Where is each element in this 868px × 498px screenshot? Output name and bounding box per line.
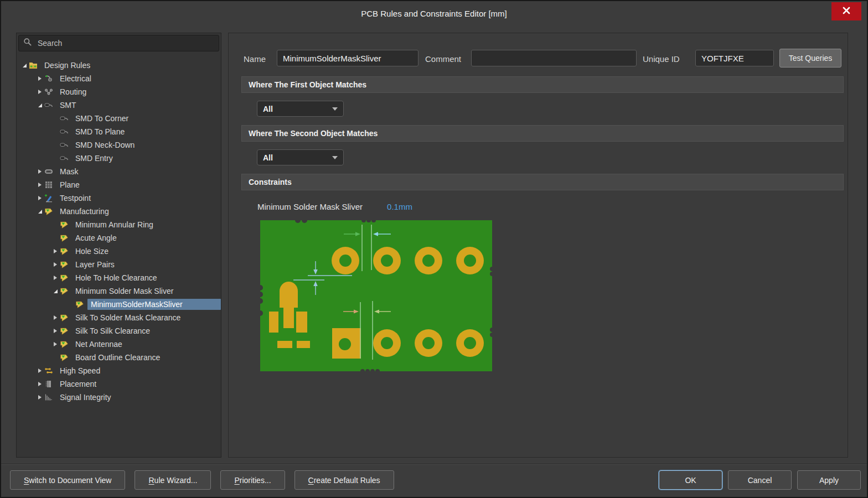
footer-bar: Switch to Document ViewRule Wizard...Pri… bbox=[1, 464, 867, 497]
expand-arrow[interactable] bbox=[35, 380, 44, 388]
tree-item-signal-integrity[interactable]: Signal Integrity bbox=[17, 391, 221, 404]
second-object-scope-value: All bbox=[263, 153, 273, 162]
tree-item-smd-neck-down[interactable]: SMD Neck-Down bbox=[17, 138, 221, 152]
second-object-scope-dropdown[interactable]: All bbox=[257, 149, 344, 165]
expand-arrow[interactable] bbox=[51, 340, 60, 349]
manufacturing-icon bbox=[60, 287, 72, 295]
tree-item-label: Hole Size bbox=[72, 246, 112, 257]
ok-button[interactable]: OK bbox=[659, 470, 722, 490]
manufacturing-icon bbox=[60, 220, 72, 229]
tree-item-label: Mask bbox=[56, 166, 81, 177]
tree-item-hole-to-hole-clearance[interactable]: Hole To Hole Clearance bbox=[17, 271, 221, 284]
manufacturing-icon bbox=[44, 207, 56, 216]
routing-icon bbox=[44, 87, 56, 96]
tree-item-high-speed[interactable]: High Speed bbox=[17, 364, 221, 377]
tree-item-label: Plane bbox=[56, 179, 83, 190]
tree-item-smd-to-corner[interactable]: SMD To Corner bbox=[17, 112, 221, 125]
expand-arrow[interactable] bbox=[20, 61, 29, 70]
chevron-down-icon bbox=[332, 156, 338, 159]
first-object-scope-value: All bbox=[263, 105, 273, 113]
tree-item-minimum-solder-mask-sliver[interactable]: Minimum Solder Mask Sliver bbox=[17, 284, 221, 298]
tree-item-label: Silk To Silk Clearance bbox=[72, 325, 153, 336]
highspeed-icon bbox=[44, 366, 56, 375]
expand-arrow[interactable] bbox=[35, 194, 44, 203]
tree-item-silk-to-solder-mask-clearance[interactable]: Silk To Solder Mask Clearance bbox=[17, 311, 221, 324]
tree-item-manufacturing[interactable]: Manufacturing bbox=[17, 205, 221, 218]
rule-wizard-button[interactable]: Rule Wizard... bbox=[135, 470, 211, 490]
expand-arrow[interactable] bbox=[51, 247, 60, 256]
footer-right-buttons: OK Cancel Apply bbox=[659, 470, 861, 490]
manufacturing-icon bbox=[60, 326, 72, 335]
search-input[interactable] bbox=[37, 38, 214, 48]
expand-spacer bbox=[51, 127, 60, 136]
tree-item-smt[interactable]: SMT bbox=[17, 98, 221, 112]
tree-item-design-rules[interactable]: Design Rules bbox=[17, 59, 221, 72]
tree-item-mask[interactable]: Mask bbox=[17, 165, 221, 178]
manufacturing-icon bbox=[60, 340, 72, 349]
expand-arrow[interactable] bbox=[35, 87, 44, 96]
tree-item-plane[interactable]: Plane bbox=[17, 178, 221, 191]
tree-item-label: SMD Entry bbox=[72, 153, 116, 164]
tree-item-minimumsoldermasksliver[interactable]: MinimumSolderMaskSliver bbox=[17, 298, 221, 311]
tree-item-label: Placement bbox=[56, 378, 100, 390]
tree-item-smd-to-plane[interactable]: SMD To Plane bbox=[17, 125, 221, 138]
manufacturing-icon bbox=[60, 260, 72, 269]
tree-item-label: Design Rules bbox=[41, 60, 94, 71]
expand-arrow[interactable] bbox=[35, 207, 44, 216]
comment-input[interactable] bbox=[471, 50, 637, 66]
tree-item-acute-angle[interactable]: Acute Angle bbox=[17, 231, 221, 245]
apply-button[interactable]: Apply bbox=[797, 470, 861, 490]
manufacturing-icon bbox=[75, 300, 87, 309]
unique-id-label: Unique ID bbox=[643, 54, 680, 64]
tree-item-testpoint[interactable]: Testpoint bbox=[17, 191, 221, 205]
manufacturing-icon bbox=[60, 313, 72, 322]
expand-arrow[interactable] bbox=[51, 260, 60, 269]
smt-icon bbox=[60, 114, 72, 123]
first-object-matches-header: Where The First Object Matches bbox=[241, 76, 844, 93]
expand-spacer bbox=[51, 220, 60, 229]
tree-item-label: Manufacturing bbox=[56, 206, 112, 217]
priorities-button[interactable]: Priorities... bbox=[220, 470, 285, 490]
plane-icon bbox=[44, 180, 56, 189]
manufacturing-icon bbox=[60, 247, 72, 256]
tree-item-net-antennae[interactable]: Net Antennae bbox=[17, 338, 221, 351]
tree-item-placement[interactable]: Placement bbox=[17, 377, 221, 391]
expand-arrow[interactable] bbox=[35, 180, 44, 189]
expand-arrow[interactable] bbox=[35, 101, 44, 110]
expand-arrow[interactable] bbox=[51, 313, 60, 322]
pcb-rules-dialog: PCB Rules and Constraints Editor [mm] De… bbox=[0, 0, 868, 498]
name-input[interactable] bbox=[277, 50, 418, 66]
tree-item-board-outline-clearance[interactable]: Board Outline Clearance bbox=[17, 351, 221, 364]
electrical-icon bbox=[44, 74, 56, 83]
switch-to-document-view-button[interactable]: Switch to Document View bbox=[10, 470, 125, 490]
tree-item-smd-entry[interactable]: SMD Entry bbox=[17, 152, 221, 165]
tree-item-silk-to-silk-clearance[interactable]: Silk To Silk Clearance bbox=[17, 324, 221, 338]
tree-item-hole-size[interactable]: Hole Size bbox=[17, 245, 221, 258]
tree-item-label: MinimumSolderMaskSliver bbox=[87, 299, 221, 310]
tree-item-electrical[interactable]: Electrical bbox=[17, 72, 221, 85]
expand-arrow[interactable] bbox=[35, 393, 44, 402]
search-box[interactable] bbox=[18, 35, 219, 51]
cancel-button[interactable]: Cancel bbox=[728, 470, 792, 490]
expand-arrow[interactable] bbox=[35, 74, 44, 83]
tree-item-routing[interactable]: Routing bbox=[17, 85, 221, 98]
mask-icon bbox=[44, 167, 56, 176]
constraint-value[interactable]: 0.1mm bbox=[387, 202, 412, 211]
testpoint-icon bbox=[44, 194, 56, 203]
create-default-rules-button[interactable]: Create Default Rules bbox=[294, 470, 394, 490]
tree-item-label: SMD Neck-Down bbox=[72, 139, 138, 151]
close-button[interactable] bbox=[831, 2, 861, 20]
expand-arrow[interactable] bbox=[51, 273, 60, 282]
expand-spacer bbox=[51, 234, 60, 242]
expand-arrow[interactable] bbox=[35, 167, 44, 176]
tree-item-minimum-annular-ring[interactable]: Minimum Annular Ring bbox=[17, 218, 221, 231]
first-object-scope-dropdown[interactable]: All bbox=[257, 101, 344, 117]
expand-arrow[interactable] bbox=[35, 366, 44, 375]
footer-left-buttons: Switch to Document ViewRule Wizard...Pri… bbox=[10, 470, 394, 490]
rule-editor-panel: Name Comment Unique ID Test Queries Wher… bbox=[228, 33, 848, 458]
test-queries-button[interactable]: Test Queries bbox=[779, 49, 841, 68]
expand-arrow[interactable] bbox=[51, 287, 60, 295]
expand-arrow[interactable] bbox=[51, 326, 60, 335]
unique-id-input[interactable] bbox=[695, 50, 774, 66]
tree-item-layer-pairs[interactable]: Layer Pairs bbox=[17, 258, 221, 271]
